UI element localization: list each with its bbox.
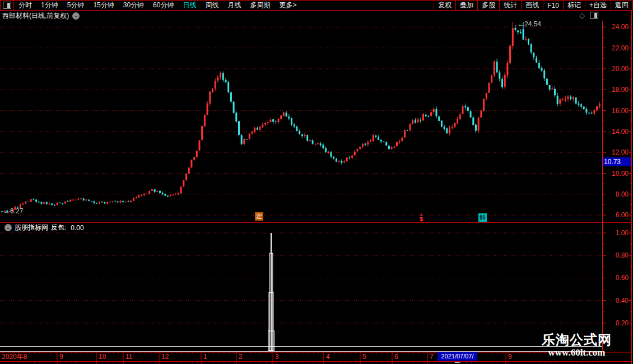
action-item-4[interactable]: 画线	[521, 1, 543, 10]
period-item-9[interactable]: 多周期	[245, 1, 274, 10]
app-root: 分时1分钟5分钟15分钟30分钟60分钟日线周线月线多周期更多> 复权叠加多股统…	[0, 0, 633, 364]
candlesticks	[1, 21, 601, 212]
diamond-icon[interactable]: ◇	[579, 12, 585, 19]
action-item-2[interactable]: 多股	[477, 1, 499, 10]
chart-canvas[interactable]	[0, 0, 633, 364]
toolbar-top: 分时1分钟5分钟15分钟30分钟60分钟日线周线月线多周期更多> 复权叠加多股统…	[0, 0, 633, 11]
action-item-1[interactable]: 叠加	[455, 1, 477, 10]
period-item-4[interactable]: 30分钟	[119, 1, 148, 10]
title-bar-icons: ◇	[579, 12, 598, 19]
indicator-name: 反包:	[51, 223, 66, 232]
action-item-3[interactable]: 统计	[499, 1, 521, 10]
period-item-2[interactable]: 5分钟	[63, 1, 89, 10]
chart-title: 西部材料(日线,前复权)	[2, 11, 69, 21]
indicator-spike	[268, 233, 274, 351]
period-item-0[interactable]: 分时	[14, 1, 36, 10]
split-panel-icon[interactable]	[590, 12, 598, 19]
indicator-header: ⌄ 股朋指标网 反包: 0.00	[1, 223, 84, 232]
action-item-0[interactable]: 复权	[434, 1, 455, 10]
watermark-site-url: www.60lt.com	[542, 347, 612, 358]
period-item-6[interactable]: 日线	[178, 1, 201, 10]
indicator-source: 股朋指标网	[15, 223, 48, 232]
period-item-8[interactable]: 月线	[223, 1, 245, 10]
indicator-value: 0.00	[71, 224, 83, 232]
action-menu: 复权叠加多股统计画线F10标记+自选返回	[434, 1, 633, 10]
watermark: 乐淘公式网 www.60lt.com	[542, 332, 612, 358]
chevron-down-icon[interactable]: ⌄	[72, 12, 80, 20]
period-item-7[interactable]: 周线	[201, 1, 223, 10]
watermark-site-name: 乐淘公式网	[542, 332, 612, 347]
action-item-7[interactable]: +自选	[585, 1, 611, 10]
action-item-8[interactable]: 返回	[611, 1, 633, 10]
period-menu: 分时1分钟5分钟15分钟30分钟60分钟日线周线月线多周期更多>	[14, 1, 301, 10]
title-bar: 西部材料(日线,前复权) ⌄	[0, 11, 599, 21]
period-item-10[interactable]: 更多>	[274, 1, 301, 10]
period-item-5[interactable]: 60分钟	[148, 1, 178, 10]
action-item-6[interactable]: 标记	[563, 1, 585, 10]
period-item-3[interactable]: 15分钟	[89, 1, 118, 10]
action-item-5[interactable]: F10	[543, 1, 563, 10]
window-layout-icon[interactable]	[0, 1, 14, 10]
chevron-down-icon[interactable]: ⌄	[4, 224, 12, 231]
period-item-1[interactable]: 1分钟	[36, 1, 63, 10]
split-panel-icon	[3, 2, 11, 9]
